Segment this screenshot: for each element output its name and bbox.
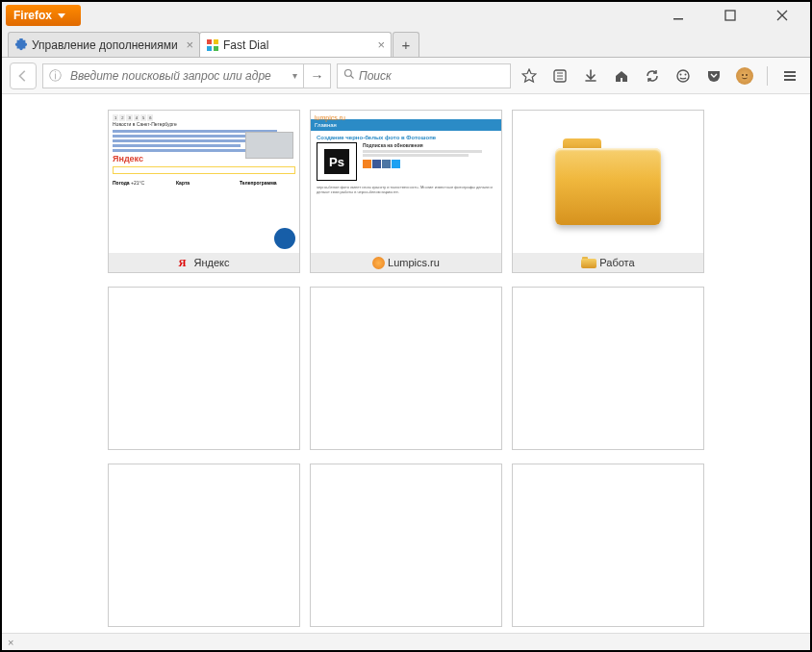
tile-thumbnail: 123456 Новости в Санкт-Петербурге Яндекс… [109, 111, 299, 253]
sync-icon[interactable] [644, 67, 661, 85]
smiley-icon[interactable] [674, 67, 692, 85]
window-controls [664, 6, 806, 25]
search-icon [343, 68, 355, 83]
reading-list-icon[interactable] [551, 67, 569, 85]
menu-icon[interactable] [781, 67, 799, 85]
search-bar[interactable] [337, 63, 511, 88]
svg-point-12 [746, 74, 748, 76]
bookmark-star-icon[interactable] [520, 67, 538, 85]
back-button[interactable] [10, 63, 37, 89]
titlebar: Firefox [2, 2, 810, 29]
url-input[interactable] [66, 69, 286, 83]
folder-small-icon [581, 257, 596, 268]
svg-line-3 [351, 76, 354, 79]
yandex-favicon-icon: Я [179, 257, 191, 269]
tile-label: Работа [599, 257, 634, 268]
pocket-icon[interactable] [705, 67, 723, 85]
navigation-toolbar: ⓘ ▾ → [2, 58, 810, 94]
dial-tile-empty[interactable] [108, 464, 300, 627]
lumpics-favicon-icon [372, 257, 385, 269]
folder-icon [555, 138, 661, 225]
tile-thumbnail: lumpics.ru Главная Создание черно-белых … [311, 111, 501, 253]
tile-thumbnail [513, 111, 703, 253]
go-button[interactable]: → [303, 64, 330, 88]
statusbar-close-icon[interactable]: × [8, 637, 13, 648]
tile-caption: Я Яндекс [109, 253, 299, 272]
dial-tile-empty[interactable] [512, 287, 704, 450]
close-tab-icon[interactable]: × [377, 38, 385, 52]
dial-tile-empty[interactable] [310, 287, 502, 450]
svg-point-9 [680, 73, 682, 75]
tab-label: Fast Dial [223, 38, 373, 52]
tab-addons[interactable]: Управление дополнениями × [8, 32, 200, 57]
svg-rect-14 [784, 75, 796, 77]
fastdial-icon [206, 38, 219, 52]
tab-fastdial[interactable]: Fast Dial × [199, 32, 392, 57]
site-info-icon[interactable]: ⓘ [43, 67, 66, 85]
search-input[interactable] [359, 69, 504, 83]
dial-tile-folder[interactable]: Работа [512, 110, 704, 273]
firefox-menu-button[interactable]: Firefox [6, 5, 81, 26]
new-tab-button[interactable]: + [393, 32, 419, 57]
svg-point-11 [742, 74, 744, 76]
close-tab-icon[interactable]: × [186, 38, 193, 52]
puzzle-icon [14, 38, 28, 52]
home-icon[interactable] [613, 67, 630, 85]
svg-point-2 [345, 70, 352, 77]
tab-label: Управление дополнениями [32, 38, 182, 52]
url-bar[interactable]: ⓘ ▾ → [42, 63, 331, 88]
fastdial-content: 123456 Новости в Санкт-Петербурге Яндекс… [2, 96, 810, 633]
speed-dial-grid: 123456 Новости в Санкт-Петербурге Яндекс… [21, 110, 791, 627]
svg-rect-1 [725, 11, 735, 20]
tab-bar: Управление дополнениями × Fast Dial × + [2, 29, 810, 58]
monkey-icon[interactable] [736, 67, 753, 85]
tile-label: Lumpics.ru [388, 257, 440, 268]
urlbar-dropdown-icon[interactable]: ▾ [286, 70, 303, 81]
dial-tile-yandex[interactable]: 123456 Новости в Санкт-Петербурге Яндекс… [108, 110, 300, 273]
status-bar: × [2, 633, 810, 650]
tile-caption: Работа [513, 253, 703, 272]
toolbar-buttons [520, 66, 802, 86]
close-window-button[interactable] [768, 6, 797, 25]
tile-caption: Lumpics.ru [311, 253, 501, 272]
maximize-button[interactable] [716, 6, 745, 25]
svg-point-8 [677, 70, 689, 82]
dial-tile-empty[interactable] [108, 287, 300, 450]
downloads-icon[interactable] [582, 67, 599, 85]
tile-label: Яндекс [194, 257, 230, 268]
svg-rect-13 [784, 71, 796, 73]
svg-point-10 [685, 73, 687, 75]
minimize-button[interactable] [664, 6, 693, 25]
toolbar-divider [767, 66, 768, 86]
svg-rect-0 [673, 18, 683, 20]
dial-tile-lumpics[interactable]: lumpics.ru Главная Создание черно-белых … [310, 110, 502, 273]
svg-rect-15 [784, 79, 796, 81]
dial-tile-empty[interactable] [310, 464, 502, 627]
dial-tile-empty[interactable] [512, 464, 704, 627]
